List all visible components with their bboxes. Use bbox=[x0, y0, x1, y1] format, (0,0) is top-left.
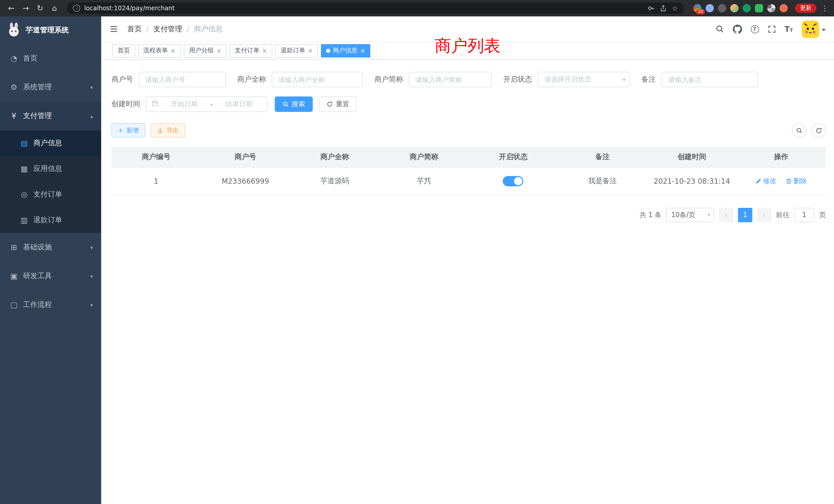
extension-icon[interactable] bbox=[767, 4, 775, 12]
tab-close-icon[interactable]: × bbox=[171, 47, 176, 54]
sidebar-item-pay-order[interactable]: ◎ 支付订单 bbox=[0, 182, 101, 207]
sidebar-item-workflow[interactable]: ▢ 工作流程 ▾ bbox=[0, 291, 101, 319]
extensions-cluster: 10 bbox=[693, 4, 788, 12]
reset-button-label: 重置 bbox=[336, 99, 349, 109]
header-search-icon[interactable] bbox=[715, 25, 724, 33]
prev-page-button[interactable]: ‹ bbox=[719, 208, 733, 222]
share-icon[interactable] bbox=[660, 5, 667, 12]
extension-icon[interactable] bbox=[755, 4, 763, 12]
url-text[interactable]: localhost:1024/pay/merchant bbox=[84, 5, 175, 12]
search-button[interactable]: 搜索 bbox=[275, 96, 313, 112]
reset-button[interactable]: 重置 bbox=[319, 96, 357, 112]
page-number-button[interactable]: 1 bbox=[738, 208, 752, 222]
browser-forward-button[interactable]: → bbox=[20, 2, 32, 14]
browser-profile-avatar[interactable] bbox=[780, 4, 788, 12]
tab-home[interactable]: 首页 bbox=[112, 44, 135, 57]
breadcrumb-home[interactable]: 首页 bbox=[127, 24, 142, 33]
goto-page-input[interactable] bbox=[794, 208, 814, 222]
next-page-button[interactable]: › bbox=[757, 208, 771, 222]
browser-update-button[interactable]: 更新 bbox=[795, 4, 816, 13]
cell-create-time: 2021-10-23 08:31:14 bbox=[647, 167, 737, 195]
browser-home-button[interactable]: ⌂ bbox=[48, 2, 61, 14]
extension-icon[interactable] bbox=[718, 4, 726, 12]
tab-refund-order[interactable]: 退款订单 × bbox=[275, 44, 318, 57]
cell-merchant-id: 1 bbox=[111, 167, 201, 195]
fullscreen-icon[interactable] bbox=[768, 25, 776, 33]
extension-icon[interactable] bbox=[730, 4, 739, 12]
tab-user-group[interactable]: 用户分组 × bbox=[184, 44, 226, 57]
user-menu[interactable] bbox=[802, 20, 826, 38]
create-time-range-picker[interactable]: 开始日期 - 结束日期 bbox=[146, 96, 267, 112]
cell-full-name: 芋道源码 bbox=[290, 167, 379, 195]
sidebar-item-label: 系统管理 bbox=[23, 83, 86, 92]
end-date-placeholder[interactable]: 结束日期 bbox=[216, 99, 262, 109]
address-bar[interactable]: i localhost:1024/pay/merchant ☆ bbox=[67, 3, 684, 14]
font-size-icon[interactable]: TT bbox=[785, 24, 793, 33]
page-size-select[interactable]: 10条/页 ▾ bbox=[666, 208, 714, 222]
browser-reload-button[interactable]: ↻ bbox=[34, 2, 46, 14]
export-button[interactable]: 导出 bbox=[151, 123, 185, 138]
page-annotation: 商户列表 bbox=[435, 37, 501, 55]
delete-link-label: 删除 bbox=[794, 177, 807, 186]
sidebar-item-pay[interactable]: ¥ 支付管理 ▴ bbox=[0, 101, 101, 130]
site-info-icon[interactable]: i bbox=[73, 5, 80, 12]
calendar-icon bbox=[152, 100, 158, 108]
sidebar-item-app-info[interactable]: ▦ 应用信息 bbox=[0, 156, 101, 182]
extension-icon[interactable] bbox=[706, 4, 714, 12]
sidebar-item-infra[interactable]: ⊞ 基础设施 ▾ bbox=[0, 233, 101, 262]
chevron-down-icon: ▾ bbox=[707, 211, 710, 218]
merchant-no-label: 商户号 bbox=[111, 75, 133, 84]
merchant-no-input[interactable] bbox=[139, 72, 226, 87]
yen-icon: ¥ bbox=[9, 111, 19, 121]
tab-close-icon[interactable]: × bbox=[216, 47, 221, 54]
tab-pay-order[interactable]: 支付订单 × bbox=[229, 44, 272, 57]
sidebar-item-system[interactable]: ⚙ 系统管理 ▾ bbox=[0, 73, 101, 101]
status-toggle[interactable] bbox=[503, 176, 524, 186]
workflow-icon: ▢ bbox=[9, 300, 19, 310]
short-name-label: 商户简称 bbox=[374, 75, 403, 84]
breadcrumb-pay[interactable]: 支付管理 bbox=[153, 24, 182, 33]
extension-icon[interactable] bbox=[743, 4, 751, 12]
sidebar-toggle-icon[interactable] bbox=[109, 25, 118, 33]
remark-input[interactable] bbox=[661, 72, 758, 87]
browser-menu-icon[interactable]: ⋮ bbox=[821, 4, 829, 12]
sidebar-item-refund-order[interactable]: ▥ 退款订单 bbox=[0, 207, 101, 233]
toggle-search-button[interactable] bbox=[792, 123, 806, 138]
tab-close-icon[interactable]: × bbox=[262, 47, 267, 54]
short-name-input[interactable] bbox=[409, 72, 492, 87]
help-icon[interactable]: ? bbox=[750, 25, 759, 33]
user-avatar[interactable] bbox=[802, 20, 819, 38]
user-menu-caret-icon[interactable] bbox=[822, 28, 826, 31]
tab-label: 用户分组 bbox=[189, 46, 214, 55]
add-button-label: 新增 bbox=[126, 126, 139, 135]
table-row: 1 M233666999 芋道源码 芋艿 我是备注 2021-10-23 08:… bbox=[111, 167, 826, 195]
start-date-placeholder[interactable]: 开始日期 bbox=[161, 99, 207, 109]
breadcrumb-separator: / bbox=[187, 25, 189, 33]
sidebar-item-home[interactable]: ◔ 首页 bbox=[0, 44, 101, 73]
github-icon[interactable] bbox=[732, 24, 742, 33]
refresh-button[interactable] bbox=[811, 123, 826, 138]
sidebar-item-devtools[interactable]: ▣ 研发工具 ▾ bbox=[0, 262, 101, 291]
status-select[interactable]: 请选择开启状态 ▾ bbox=[538, 72, 630, 87]
sidebar-item-label: 退款订单 bbox=[34, 215, 93, 225]
password-key-icon[interactable] bbox=[648, 5, 655, 12]
status-select-placeholder: 请选择开启状态 bbox=[544, 75, 591, 84]
browser-back-button[interactable]: ← bbox=[5, 2, 18, 14]
tab-merchant-info[interactable]: 商户信息 × bbox=[321, 44, 371, 57]
bookmark-star-icon[interactable]: ☆ bbox=[672, 4, 678, 12]
page-content: 商户号 商户全称 商户简称 开启状态 请选择开启状态 bbox=[101, 60, 834, 504]
edit-link[interactable]: 修改 bbox=[755, 177, 776, 186]
sidebar-item-merchant-info[interactable]: ▤ 商户信息 bbox=[0, 130, 101, 156]
delete-link[interactable]: 删除 bbox=[786, 177, 807, 186]
tab-close-icon[interactable]: × bbox=[360, 47, 366, 54]
page-unit-label: 页 bbox=[819, 210, 826, 220]
tab-process-form[interactable]: 流程表单 × bbox=[138, 44, 181, 57]
add-button[interactable]: + 新增 bbox=[111, 123, 145, 138]
sidebar-item-label: 工作流程 bbox=[23, 300, 86, 310]
extension-icon[interactable]: 10 bbox=[693, 4, 702, 12]
col-short-name: 商户简称 bbox=[379, 147, 468, 167]
create-time-label: 创建时间 bbox=[111, 99, 140, 109]
full-name-input[interactable] bbox=[272, 72, 363, 87]
app-root: ← → ↻ ⌂ i localhost:1024/pay/merchant ☆ … bbox=[0, 0, 834, 504]
tab-close-icon[interactable]: × bbox=[308, 47, 313, 54]
